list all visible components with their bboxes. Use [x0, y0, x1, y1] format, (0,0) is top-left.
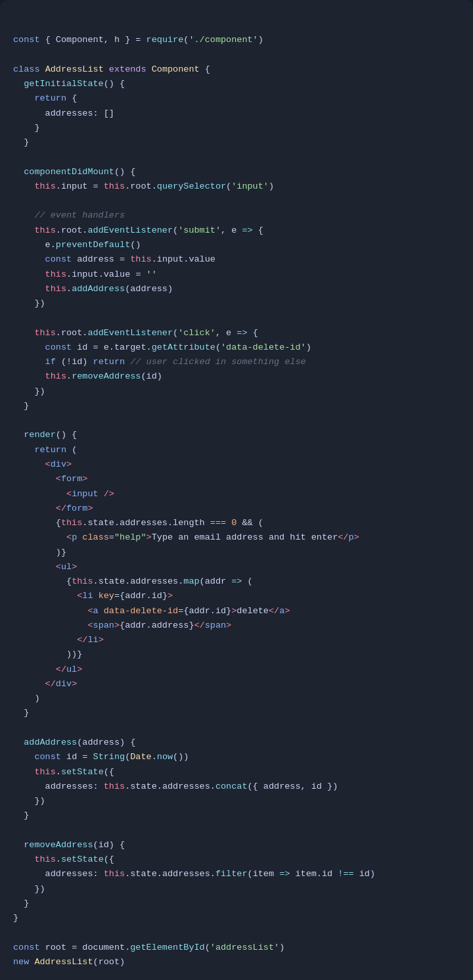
code-content: const { Component, h } = require('./comp…: [13, 18, 460, 980]
code-card: const { Component, h } = require('./comp…: [0, 0, 473, 980]
